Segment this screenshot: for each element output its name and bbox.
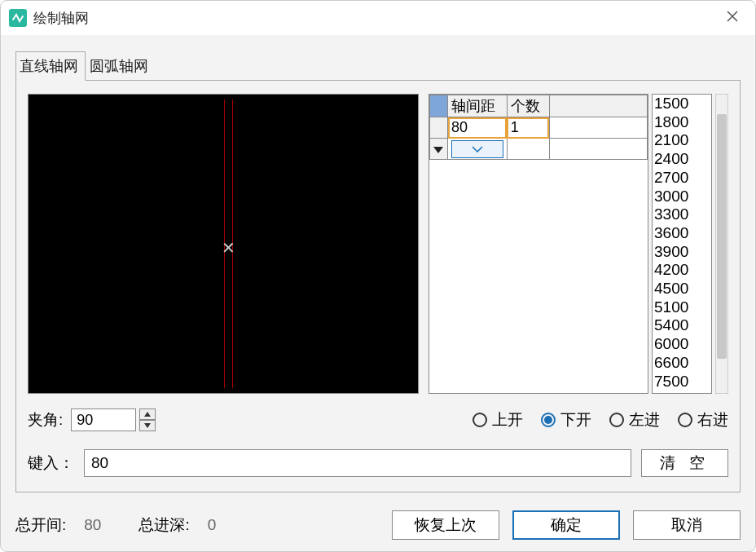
- cell-dropdown[interactable]: [448, 139, 508, 160]
- tab-panel: ✕ 轴间距 个数 80: [15, 80, 741, 492]
- radio-label: 上开: [492, 409, 523, 431]
- chevron-up-icon: [144, 412, 151, 417]
- angle-spinner: [71, 408, 156, 431]
- triangle-right-icon: [433, 147, 443, 153]
- angle-input[interactable]: [71, 408, 136, 431]
- radio-right[interactable]: 右进: [678, 409, 728, 431]
- preset-item[interactable]: 4200: [654, 261, 711, 280]
- keyin-row: 键入： 清 空: [28, 449, 728, 477]
- preview-canvas[interactable]: ✕: [28, 94, 419, 394]
- cell-count-empty[interactable]: [507, 139, 549, 160]
- preset-item[interactable]: 5100: [654, 298, 711, 317]
- upper-row: ✕ 轴间距 个数 80: [28, 94, 728, 394]
- radio-down[interactable]: 下开: [541, 409, 591, 431]
- angle-label: 夹角:: [28, 409, 63, 431]
- preset-item[interactable]: 5400: [654, 316, 711, 335]
- preset-item[interactable]: 1800: [654, 113, 711, 132]
- cell-spacing[interactable]: 80: [448, 117, 508, 139]
- preset-list[interactable]: 1500180021002400270030003300360039004200…: [652, 94, 712, 394]
- keyin-input[interactable]: [84, 449, 631, 477]
- row-header[interactable]: [430, 139, 448, 160]
- keyin-label: 键入：: [28, 453, 74, 474]
- radio-label: 左进: [629, 409, 660, 431]
- window-title: 绘制轴网: [33, 9, 89, 28]
- corner-header[interactable]: [430, 95, 448, 117]
- radio-icon: [472, 413, 487, 427]
- radio-label: 下开: [560, 409, 591, 431]
- preset-item[interactable]: 2100: [654, 131, 711, 150]
- dropdown-button[interactable]: [451, 140, 503, 158]
- controls-row: 夹角: 上开 下开 左进 右进: [28, 408, 728, 431]
- total-depth-label: 总进深:: [138, 514, 189, 536]
- angle-up-button[interactable]: [139, 408, 156, 420]
- titlebar: 绘制轴网: [1, 1, 755, 35]
- crosshair-icon: ✕: [222, 240, 235, 256]
- radio-icon: [541, 413, 556, 427]
- radio-left[interactable]: 左进: [609, 409, 660, 431]
- preset-item[interactable]: 3000: [654, 188, 711, 206]
- radio-icon: [609, 413, 624, 427]
- col-count-header[interactable]: 个数: [507, 95, 549, 117]
- preset-item[interactable]: 2700: [654, 169, 711, 188]
- preset-item[interactable]: 6000: [654, 335, 711, 354]
- preset-item[interactable]: 8000: [654, 391, 711, 394]
- scrollbar-thumb[interactable]: [717, 114, 727, 359]
- tab-bar: 直线轴网 圆弧轴网: [15, 51, 741, 81]
- tab-straight-grid[interactable]: 直线轴网: [15, 51, 86, 81]
- close-icon[interactable]: [718, 7, 747, 30]
- app-icon: [9, 9, 27, 27]
- col-extra-header[interactable]: [549, 95, 647, 117]
- total-depth-value: 0: [208, 516, 217, 534]
- radio-icon: [678, 413, 692, 427]
- cancel-button[interactable]: 取消: [633, 510, 741, 540]
- radio-up[interactable]: 上开: [472, 409, 523, 431]
- preset-item[interactable]: 2400: [654, 150, 711, 169]
- tab-arc-grid[interactable]: 圆弧轴网: [86, 51, 156, 81]
- grid-section: 轴间距 个数 80 1: [429, 94, 728, 394]
- total-width-label: 总开间:: [15, 514, 66, 536]
- row-header[interactable]: [430, 117, 448, 139]
- table-row-new[interactable]: [430, 139, 648, 160]
- chevron-down-icon: [144, 423, 151, 428]
- cell-extra-empty[interactable]: [549, 139, 647, 160]
- dialog-window: 绘制轴网 直线轴网 圆弧轴网 ✕: [0, 0, 756, 552]
- preset-item[interactable]: 6600: [654, 354, 711, 373]
- radio-label: 右进: [697, 409, 728, 431]
- col-spacing-header[interactable]: 轴间距: [448, 95, 508, 117]
- scrollbar[interactable]: [715, 94, 728, 394]
- total-width-value: 80: [84, 516, 101, 534]
- direction-radios: 上开 下开 左进 右进: [472, 409, 728, 431]
- preset-item[interactable]: 3300: [654, 205, 711, 224]
- grid-table[interactable]: 轴间距 个数 80 1: [429, 94, 648, 394]
- content-area: 直线轴网 圆弧轴网 ✕ 轴间距 个数: [1, 35, 755, 501]
- preset-item[interactable]: 4500: [654, 280, 711, 298]
- clear-button[interactable]: 清 空: [641, 449, 728, 477]
- angle-down-button[interactable]: [139, 420, 156, 431]
- cell-count[interactable]: 1: [507, 117, 549, 139]
- ok-button[interactable]: 确定: [512, 510, 620, 540]
- preset-item[interactable]: 7500: [654, 373, 711, 391]
- restore-button[interactable]: 恢复上次: [392, 510, 499, 540]
- table-row[interactable]: 80 1: [430, 117, 648, 139]
- chevron-down-icon: [472, 146, 483, 152]
- cell-extra[interactable]: [549, 117, 647, 139]
- preset-item[interactable]: 3900: [654, 243, 711, 262]
- preset-item[interactable]: 1500: [654, 95, 711, 113]
- footer: 总开间: 80 总进深: 0 恢复上次 确定 取消: [1, 501, 755, 540]
- preset-item[interactable]: 3600: [654, 224, 711, 243]
